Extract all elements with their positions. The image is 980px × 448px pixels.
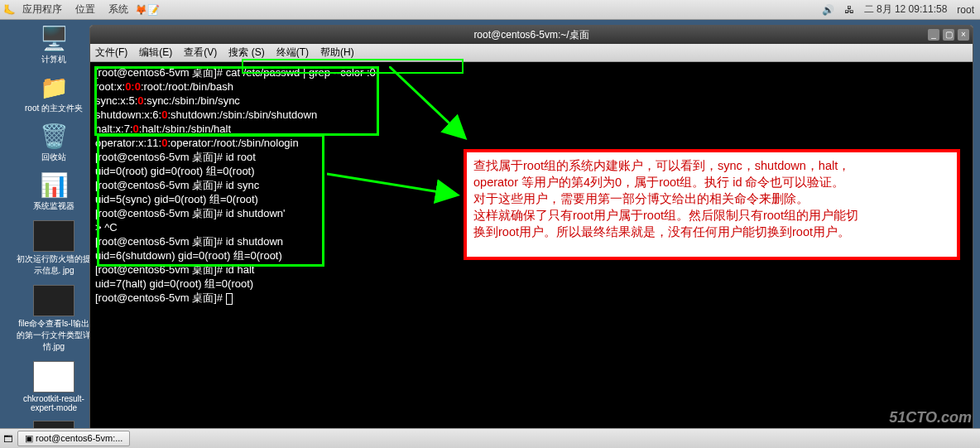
watermark: 51CTO.com	[889, 409, 972, 426]
terminal-icon: ▣	[25, 433, 33, 443]
clock[interactable]: 二 8月 12 09:11:58	[862, 2, 950, 17]
icon-file1[interactable]: 初次运行防火墙的提示信息. jpg	[17, 220, 91, 277]
window-title: root@centos6-5vm:~/桌面	[473, 29, 588, 41]
thumbnail-icon	[33, 285, 74, 316]
user-label[interactable]: root	[954, 4, 977, 16]
terminal-titlebar[interactable]: root@centos6-5vm:~/桌面 _ ▢ ×	[90, 26, 973, 44]
foot-icon: 🦶	[3, 4, 16, 16]
icon-sysmon[interactable]: 📊系统监视器	[17, 171, 91, 212]
annotation-command-box	[242, 59, 464, 74]
show-desktop-icon[interactable]: 🗔	[3, 434, 12, 444]
terminal-menubar: 文件(F) 编辑(E) 查看(V) 搜索 (S) 终端(T) 帮助(H)	[90, 44, 973, 62]
minimize-button[interactable]: _	[928, 29, 939, 41]
desktop-icons: 🖥️计算机 📁root 的主文件夹 🗑️回收站 📊系统监视器 初次运行防火墙的提…	[17, 25, 91, 448]
chart-icon: 📊	[17, 171, 91, 199]
menu-system[interactable]: 系统	[102, 2, 135, 17]
volume-icon[interactable]: 🔊	[819, 4, 837, 16]
thumbnail-icon	[33, 361, 74, 393]
taskbar-item-terminal[interactable]: ▣ root@centos6-5vm:...	[17, 431, 130, 446]
thumbnail-icon	[33, 220, 74, 252]
icon-home[interactable]: 📁root 的主文件夹	[17, 74, 91, 114]
close-button[interactable]: ×	[958, 29, 969, 41]
icon-file2[interactable]: file命令查看ls-l输出的第一行文件类型详情.jpg	[17, 285, 91, 353]
maximize-button[interactable]: ▢	[943, 29, 954, 41]
taskbar: 🗔 ▣ root@centos6-5vm:...	[0, 428, 980, 448]
firefox-icon[interactable]: 🦊	[135, 4, 147, 16]
menu-view[interactable]: 查看(V)	[184, 46, 217, 60]
folder-icon: 📁	[17, 74, 91, 101]
menu-places[interactable]: 位置	[69, 2, 102, 17]
monitor-icon: 🖥️	[17, 25, 91, 52]
annotation-note: 查找属于root组的系统内建账户，可以看到，sync，shutdown，halt…	[464, 149, 960, 260]
icon-computer[interactable]: 🖥️计算机	[17, 25, 91, 65]
trash-icon: 🗑️	[17, 123, 91, 150]
icon-trash[interactable]: 🗑️回收站	[17, 123, 91, 163]
menu-applications[interactable]: 应用程序	[16, 2, 69, 17]
menu-terminal[interactable]: 终端(T)	[276, 46, 309, 60]
menu-search[interactable]: 搜索 (S)	[228, 46, 264, 60]
menu-help[interactable]: 帮助(H)	[320, 46, 354, 60]
icon-file3[interactable]: chkrootkit-result-expert-mode	[17, 361, 91, 412]
menu-file[interactable]: 文件(F)	[95, 46, 127, 60]
note-icon[interactable]: 📝	[147, 4, 160, 16]
menu-edit[interactable]: 编辑(E)	[139, 46, 172, 60]
top-panel: 🦶 应用程序 位置 系统 🦊 📝 🔊 🖧 二 8月 12 09:11:58 ro…	[0, 0, 980, 20]
network-icon[interactable]: 🖧	[842, 4, 857, 16]
